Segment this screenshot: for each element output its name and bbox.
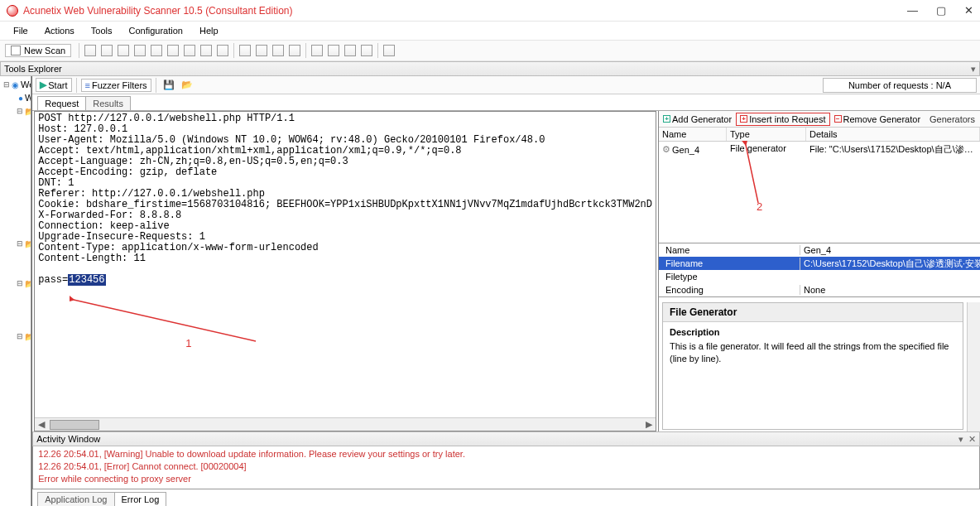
toolbar-icon-10[interactable] — [238, 44, 252, 57]
collapse-icon[interactable]: ▾ — [971, 64, 976, 75]
expand-icon[interactable]: ⊟ — [17, 279, 23, 287]
tree-item[interactable]: ●Purchase — [0, 396, 31, 409]
toolbar-icon-12[interactable] — [271, 44, 285, 57]
toolbar-icon-7[interactable] — [183, 44, 196, 57]
tree-item[interactable]: ●Licensing — [0, 369, 31, 383]
tree-item[interactable]: ●HTTP Editor — [0, 171, 31, 184]
insert-into-request-button[interactable]: + Insert into Request — [736, 113, 829, 126]
toolbar-icon-6[interactable] — [166, 44, 180, 57]
prop-filename-key: Filename — [659, 258, 800, 268]
maximize-button[interactable]: ▢ — [936, 4, 946, 17]
tree-item[interactable]: ●Target Finder — [0, 131, 31, 144]
request-text[interactable]: POST http://127.0.0.1/webshell.php HTTP/… — [35, 112, 656, 417]
tree-item[interactable]: ●Web Scanner — [0, 91, 31, 104]
menu-help[interactable]: Help — [193, 24, 225, 37]
add-generator-button[interactable]: + Add Generator — [659, 113, 736, 126]
toolbar-icon-11[interactable] — [255, 44, 268, 57]
request-counter: Number of requests : N/A — [823, 78, 977, 93]
tree-item[interactable]: ●Blind SQL Injector — [0, 157, 31, 171]
tree-item-label: Web Scanner — [25, 93, 31, 103]
tree-item[interactable]: ●HTTP Fuzzer — [0, 197, 31, 210]
toolbar-icon-13[interactable] — [288, 44, 301, 57]
remove-generator-button[interactable]: − Remove Generator — [830, 113, 925, 126]
tree-item[interactable]: ●Scan Settings — [0, 303, 31, 316]
tree-item[interactable]: ●Application Settings — [0, 290, 31, 303]
toolbar-icon-1[interactable] — [84, 44, 97, 57]
tools-explorer-tree[interactable]: ⊟◉Web Vulnerability Scanner●Web Scanner⊟… — [0, 76, 31, 506]
open-icon[interactable]: 📂 — [180, 79, 194, 92]
app-title: Acunetix Web Vulnerability Scanner 10.5 … — [23, 5, 293, 17]
tree-item[interactable]: ⊟◉Web Vulnerability Scanner — [0, 78, 31, 91]
expand-icon[interactable]: ⊟ — [3, 80, 10, 89]
toolbar-icon-4[interactable] — [133, 44, 147, 57]
toolbar-icon-17[interactable] — [360, 44, 373, 57]
prop-encoding-val[interactable]: None — [800, 285, 980, 295]
menu-file[interactable]: File — [7, 24, 35, 37]
tree-item[interactable]: ●HTTP Sniffer — [0, 184, 31, 197]
tab-request[interactable]: Request — [37, 96, 86, 110]
col-type[interactable]: Type — [727, 128, 806, 141]
prop-name-val[interactable]: Gen_4 — [800, 245, 980, 255]
toolbar-icon-15[interactable] — [327, 44, 340, 57]
tree-item[interactable]: ●AcuSensor — [0, 422, 31, 436]
menu-tools[interactable]: Tools — [84, 24, 119, 37]
tree-item[interactable]: ⊟📂Tools — [0, 104, 31, 118]
tree-item[interactable]: ⊟📂General — [0, 330, 31, 343]
folder-icon: 📂 — [25, 330, 31, 342]
generators-list[interactable]: Name Type Details ⚙Gen_4 File generator … — [659, 128, 980, 243]
toolbar-icon-2[interactable] — [100, 44, 113, 57]
generator-row[interactable]: ⚙Gen_4 File generator File: "C:\Users\17… — [659, 142, 980, 157]
toolbar-icon-14[interactable] — [310, 44, 324, 57]
toolbar-icon-8[interactable] — [199, 44, 213, 57]
tree-item[interactable]: ⊟📂Configuration — [0, 277, 31, 290]
expand-icon[interactable]: ⊟ — [17, 239, 23, 248]
generators-panel: + Add Generator + Insert into Request − … — [658, 111, 980, 431]
toolbar-icon-18[interactable] — [382, 44, 396, 57]
tab-results[interactable]: Results — [85, 96, 131, 110]
generator-description-heading: File Generator — [663, 303, 963, 322]
main-toolbar: New Scan — [0, 40, 980, 61]
generator-properties[interactable]: NameGen_4 FilenameC:\Users\17152\Desktop… — [659, 243, 980, 297]
new-scan-button[interactable]: New Scan — [5, 44, 71, 57]
col-details[interactable]: Details — [806, 128, 980, 141]
minimize-button[interactable]: — — [907, 4, 918, 17]
menu-configuration[interactable]: Configuration — [122, 24, 190, 37]
tree-item[interactable]: ●Version Information — [0, 356, 31, 369]
toolbar-icon-3[interactable] — [117, 44, 130, 57]
toolbar-icon-9[interactable] — [216, 44, 229, 57]
expand-icon[interactable]: ⊟ — [17, 332, 23, 340]
toolbar-icon-5[interactable] — [150, 44, 163, 57]
tree-item[interactable]: ●Web Services Editor — [0, 263, 31, 277]
collapse-icon[interactable]: ▾ — [958, 434, 963, 445]
tab-error-log[interactable]: Error Log — [114, 492, 167, 506]
start-label: Start — [48, 80, 67, 90]
tree-item[interactable]: ⊟📂Web Services — [0, 237, 31, 250]
request-selection: 123456 — [68, 274, 105, 286]
tree-item[interactable]: ●Scanning Profiles — [0, 316, 31, 330]
tree-item[interactable]: ●Site Crawler — [0, 118, 31, 131]
tab-application-log[interactable]: Application Log — [37, 492, 114, 506]
tree-item[interactable]: ●User Manual — [0, 409, 31, 422]
activity-line: 12.26 20:54.01, [Warning] Unable to down… — [38, 448, 974, 460]
close-button[interactable]: ✕ — [964, 4, 973, 17]
tree-item[interactable]: ●Compare Results — [0, 224, 31, 237]
expand-icon[interactable]: ⊟ — [17, 107, 23, 115]
horizontal-scrollbar[interactable]: ◀▶ — [35, 417, 656, 431]
tree-item[interactable]: ●Web Services Scanner — [0, 250, 31, 263]
tree-item[interactable]: ●Program Updates — [0, 343, 31, 356]
start-button[interactable]: ▶ Start — [36, 78, 71, 92]
play-icon: ▶ — [40, 80, 46, 90]
vertical-scrollbar[interactable] — [967, 302, 980, 431]
col-name[interactable]: Name — [659, 128, 727, 141]
tree-item[interactable]: ●Subdomain Scanner — [0, 144, 31, 157]
tree-item[interactable]: ●Authentication Tester — [0, 210, 31, 224]
save-icon[interactable]: 💾 — [162, 79, 175, 92]
toolbar-icon-16[interactable] — [343, 44, 357, 57]
fuzzer-filters-button[interactable]: ≡ Fuzzer Filters — [81, 79, 151, 92]
close-icon[interactable]: ✕ — [968, 434, 976, 445]
prop-filename-val[interactable]: C:\Users\17152\Desktop\自己\渗透测试·安装... — [800, 258, 980, 270]
menu-actions[interactable]: Actions — [38, 24, 81, 37]
tree-item[interactable]: ●Support Center — [0, 383, 31, 396]
request-editor[interactable]: POST http://127.0.0.1/webshell.php HTTP/… — [34, 111, 656, 431]
request-tabs: Request Results — [32, 94, 980, 111]
